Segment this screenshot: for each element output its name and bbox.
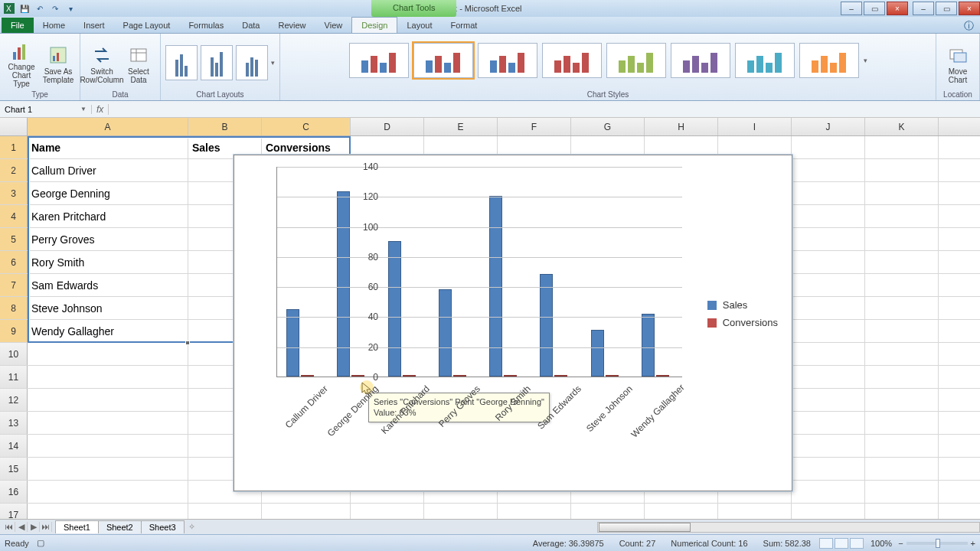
cell-D17[interactable] [351, 504, 424, 519]
undo-icon[interactable]: ↶ [34, 2, 46, 15]
cell-K14[interactable] [865, 435, 939, 457]
chart-style-6[interactable] [671, 43, 730, 78]
cell-K11[interactable] [865, 366, 939, 388]
row-header-6[interactable]: 6 [0, 251, 28, 273]
scrollbar-thumb[interactable] [599, 523, 691, 532]
column-header-H[interactable]: H [645, 118, 718, 135]
cell-K9[interactable] [865, 320, 939, 342]
sheet-tab-1[interactable]: Sheet1 [55, 520, 99, 533]
chart-plot-area[interactable] [276, 167, 682, 377]
row-header-15[interactable]: 15 [0, 458, 28, 480]
cell-J7[interactable] [792, 274, 865, 296]
cell-I17[interactable] [718, 504, 792, 519]
embedded-chart[interactable]: Sales Conversions Series "Conversions" P… [234, 155, 792, 491]
cell-J15[interactable] [792, 458, 865, 480]
doc-restore-button[interactable]: ▭ [936, 2, 957, 15]
chart-style-7[interactable] [735, 43, 795, 78]
sheet-tab-3[interactable]: Sheet3 [141, 520, 185, 533]
chart-style-5[interactable] [606, 43, 666, 78]
cell-A8[interactable]: Steve Johnson [28, 297, 188, 319]
cell-A16[interactable] [28, 481, 188, 503]
selection-handle[interactable] [185, 341, 190, 345]
tab-layout[interactable]: Layout [397, 18, 441, 33]
cell-K17[interactable] [865, 504, 939, 519]
cell-J1[interactable] [792, 136, 865, 158]
cell-J6[interactable] [792, 251, 865, 273]
tab-page-layout[interactable]: Page Layout [114, 18, 180, 33]
chart-layout-2[interactable] [201, 45, 233, 80]
cell-K3[interactable] [865, 182, 939, 204]
row-header-16[interactable]: 16 [0, 481, 28, 503]
cell-K12[interactable] [865, 389, 939, 411]
cell-E17[interactable] [424, 504, 498, 519]
column-header-D[interactable]: D [351, 118, 424, 135]
row-header-5[interactable]: 5 [0, 228, 28, 250]
chart-layout-3[interactable] [236, 45, 268, 80]
file-tab[interactable]: File [2, 18, 34, 33]
cell-J3[interactable] [792, 182, 865, 204]
cell-K6[interactable] [865, 251, 939, 273]
row-header-17[interactable]: 17 [0, 504, 28, 519]
select-all-corner[interactable] [0, 118, 28, 135]
cell-A1[interactable]: Name [28, 136, 188, 158]
zoom-out-icon[interactable]: − [898, 539, 903, 548]
cell-J13[interactable] [792, 412, 865, 434]
tab-design[interactable]: Design [351, 17, 397, 33]
bar-sales[interactable] [337, 191, 350, 377]
cell-K2[interactable] [865, 159, 939, 181]
bar-sales[interactable] [591, 330, 604, 377]
fx-icon[interactable]: fx [92, 104, 109, 115]
horizontal-scrollbar[interactable] [597, 522, 980, 533]
name-box-dropdown-icon[interactable]: ▼ [80, 106, 87, 112]
bar-conversions[interactable] [453, 375, 466, 377]
cell-J17[interactable] [792, 504, 865, 519]
row-header-14[interactable]: 14 [0, 435, 28, 457]
zoom-in-icon[interactable]: + [971, 539, 975, 548]
row-header-2[interactable]: 2 [0, 159, 28, 181]
column-header-J[interactable]: J [792, 118, 865, 135]
tab-formulas[interactable]: Formulas [179, 18, 233, 33]
column-header-F[interactable]: F [498, 118, 571, 135]
row-header-13[interactable]: 13 [0, 412, 28, 434]
cell-C17[interactable] [262, 504, 351, 519]
column-header-B[interactable]: B [188, 118, 262, 135]
bar-sales[interactable] [642, 314, 655, 377]
view-page-layout-icon[interactable] [835, 538, 848, 549]
bar-sales[interactable] [388, 241, 401, 377]
cell-J10[interactable] [792, 343, 865, 365]
maximize-button[interactable]: ▭ [864, 2, 885, 15]
cell-A12[interactable] [28, 389, 188, 411]
view-page-break-icon[interactable] [850, 538, 864, 549]
sheet-nav-last-icon[interactable]: ⏭ [40, 522, 52, 532]
sheet-nav-next-icon[interactable]: ▶ [28, 522, 40, 532]
save-as-template-button[interactable]: Save As Template [41, 37, 75, 88]
cell-K16[interactable] [865, 481, 939, 503]
select-data-button[interactable]: Select Data [122, 37, 155, 88]
styles-more-icon[interactable]: ▾ [864, 57, 867, 64]
chart-style-3[interactable] [478, 43, 537, 78]
cell-K8[interactable] [865, 297, 939, 319]
save-icon[interactable]: 💾 [18, 2, 31, 15]
cell-A5[interactable]: Perry Groves [28, 228, 188, 250]
row-header-1[interactable]: 1 [0, 136, 28, 158]
zoom-level[interactable]: 100% [871, 539, 892, 548]
new-sheet-icon[interactable]: ✧ [188, 522, 195, 532]
cell-J2[interactable] [792, 159, 865, 181]
bar-conversions[interactable] [554, 375, 567, 377]
worksheet-grid[interactable]: ABCDEFGHIJK 1NameSalesConversions2Callum… [0, 118, 980, 519]
sheet-tab-2[interactable]: Sheet2 [98, 520, 142, 533]
layouts-more-icon[interactable]: ▾ [271, 59, 275, 67]
cell-J16[interactable] [792, 481, 865, 503]
close-button[interactable]: × [887, 2, 908, 15]
tab-review[interactable]: Review [269, 18, 315, 33]
view-normal-icon[interactable] [819, 538, 833, 549]
row-header-9[interactable]: 9 [0, 320, 28, 342]
cell-G17[interactable] [571, 504, 645, 519]
cell-K4[interactable] [865, 205, 939, 227]
redo-icon[interactable]: ↷ [49, 2, 61, 15]
cell-B17[interactable] [188, 504, 262, 519]
cell-A7[interactable]: Sam Edwards [28, 274, 188, 296]
chart-style-1[interactable] [349, 43, 409, 78]
cell-A14[interactable] [28, 435, 188, 457]
cell-J4[interactable] [792, 205, 865, 227]
